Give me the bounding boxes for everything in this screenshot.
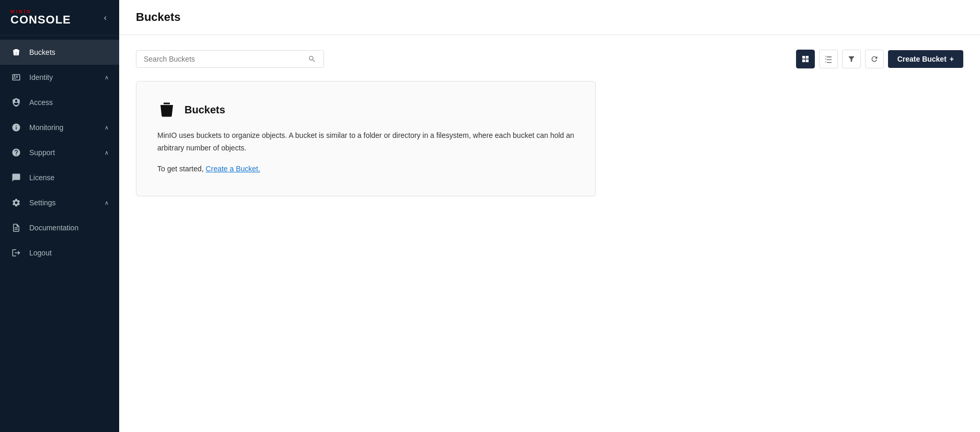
support-icon	[10, 147, 22, 158]
search-box	[136, 50, 324, 68]
sidebar-item-label-license: License	[29, 173, 109, 182]
settings-icon	[10, 197, 22, 208]
toolbar: Create Bucket +	[136, 50, 963, 68]
sidebar-item-label-logout: Logout	[29, 249, 109, 257]
logo-console: CONSOLE	[10, 14, 71, 26]
logout-icon	[10, 247, 22, 259]
chevron-icon-support: ∧	[105, 149, 109, 156]
sidebar-item-label-documentation: Documentation	[29, 224, 109, 232]
toolbar-right: Create Bucket +	[796, 50, 963, 68]
documentation-icon	[10, 222, 22, 233]
card-cta: To get started, Create a Bucket.	[157, 163, 574, 176]
sidebar: MIN|O CONSOLE ‹ Buckets Identity ∧	[0, 0, 119, 432]
monitoring-icon	[10, 122, 22, 133]
topbar: Buckets	[119, 0, 980, 35]
nav-items: Buckets Identity ∧ Access	[0, 36, 119, 432]
bucket-icon	[10, 46, 22, 58]
card-title: Buckets	[185, 104, 225, 116]
chevron-icon-settings: ∧	[105, 200, 109, 206]
create-bucket-link[interactable]: Create a Bucket.	[206, 165, 260, 173]
list-view-button[interactable]	[819, 50, 838, 68]
sidebar-item-label-monitoring: Monitoring	[29, 123, 105, 132]
refresh-button[interactable]	[865, 50, 884, 68]
sidebar-item-monitoring[interactable]: Monitoring ∧	[0, 115, 119, 140]
content-area: Create Bucket + Buckets MinIO uses bucke…	[119, 35, 980, 432]
sidebar-item-label-access: Access	[29, 98, 109, 107]
page-title: Buckets	[136, 10, 963, 24]
search-input[interactable]	[144, 55, 305, 63]
create-bucket-plus-icon: +	[950, 55, 954, 63]
empty-state-card: Buckets MinIO uses buckets to organize o…	[136, 81, 596, 196]
search-icon	[308, 55, 316, 63]
sidebar-item-label-support: Support	[29, 148, 105, 157]
chevron-icon-identity: ∧	[105, 74, 109, 81]
create-bucket-button[interactable]: Create Bucket +	[888, 50, 963, 68]
card-header: Buckets	[157, 100, 574, 119]
sidebar-item-support[interactable]: Support ∧	[0, 140, 119, 165]
sidebar-item-label-settings: Settings	[29, 199, 105, 207]
card-description: MinIO uses buckets to organize objects. …	[157, 130, 574, 155]
create-bucket-label: Create Bucket	[897, 55, 947, 63]
filter-button[interactable]	[842, 50, 861, 68]
sidebar-item-buckets[interactable]: Buckets	[0, 40, 119, 65]
bucket-large-icon	[157, 100, 176, 119]
access-icon	[10, 97, 22, 108]
sidebar-item-access[interactable]: Access	[0, 90, 119, 115]
sidebar-item-documentation[interactable]: Documentation	[0, 215, 119, 240]
sidebar-collapse-button[interactable]: ‹	[102, 11, 109, 25]
sidebar-item-license[interactable]: License	[0, 165, 119, 190]
logo-area: MIN|O CONSOLE ‹	[0, 0, 119, 36]
logo: MIN|O CONSOLE	[10, 9, 71, 26]
sidebar-item-label-buckets: Buckets	[29, 48, 109, 56]
sidebar-item-logout[interactable]: Logout	[0, 240, 119, 265]
identity-icon	[10, 72, 22, 83]
sidebar-item-settings[interactable]: Settings ∧	[0, 190, 119, 215]
grid-view-button[interactable]	[796, 50, 815, 68]
main-content: Buckets	[119, 0, 980, 432]
chevron-icon-monitoring: ∧	[105, 124, 109, 131]
sidebar-item-label-identity: Identity	[29, 73, 105, 81]
license-icon	[10, 172, 22, 183]
sidebar-item-identity[interactable]: Identity ∧	[0, 65, 119, 90]
cta-prefix: To get started,	[157, 165, 206, 173]
